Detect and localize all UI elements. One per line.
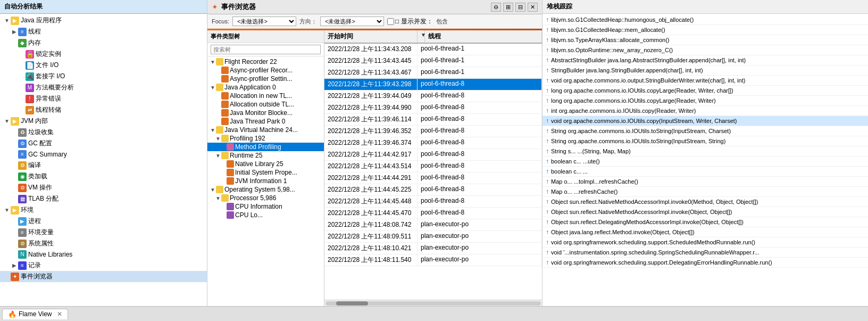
left-tree-item-jvm[interactable]: ▼▶JVM 内部 [0,116,207,127]
stack-row[interactable]: ↑long org.apache.commons.io.IOUtils.copy… [542,86,868,96]
tree-arrow[interactable]: ▼ [3,118,11,124]
left-tree-item-thread[interactable]: ▶≡线程 [0,26,207,37]
tree-arrow[interactable]: ▶ [11,29,18,35]
stack-row[interactable]: ↑boolean c... ... [542,167,868,177]
left-tree-item-native-lib[interactable]: NNative Libraries [0,249,207,260]
event-type-item-jvm-info[interactable]: JVM Information 1 [207,177,324,185]
stack-row[interactable]: ↑Object sun.reflect.NativeMethodAccessor… [542,197,868,207]
event-type-item-alloc-new[interactable]: Allocation in new TL... [207,92,324,100]
event-type-item-profiling[interactable]: ▼Profiling 192 [207,134,324,143]
table-row[interactable]: 2022/12/28 上午11:34:43.467pool-6-thread-1 [324,67,542,79]
table-row[interactable]: 2022/12/28 上午11:44:42.917pool-6-thread-8 [324,149,542,161]
event-type-item-java-monitor[interactable]: Java Monitor Blocke... [207,109,324,117]
tree-arrow[interactable]: ▶ [11,262,18,268]
table-row[interactable]: 2022/12/28 上午11:48:08.742plan-executor-p… [324,219,542,231]
left-tree-item-event-browser[interactable]: ✦事件浏览器 [0,271,207,282]
left-tree-item-sys-prop[interactable]: ⚙系统属性 [0,238,207,249]
stack-row[interactable]: ↑void org.apache.commons.io.IOUtils.copy… [542,116,868,126]
et-arrow[interactable]: ▼ [210,85,216,90]
event-type-item-os-section[interactable]: ▼Operating System 5,98... [207,185,324,194]
stack-row[interactable]: ↑Map o... ...tolmpl...refreshCache() [542,177,868,187]
left-tree-item-log[interactable]: ▶≡记录 [0,260,207,271]
table-row[interactable]: 2022/12/28 上午11:39:43.298pool-6-thread-8 [324,79,542,90]
et-arrow[interactable]: ▼ [215,153,221,159]
event-type-item-method-profiling[interactable]: Method Profiling [207,143,324,151]
stack-row[interactable]: ↑boolean c... ...ute() [542,157,868,167]
table-row[interactable]: 2022/12/28 上午11:34:43.445pool-6-thread-1 [324,55,542,67]
h-scrollbar-thumb[interactable] [336,301,368,306]
left-tree-item-file-io[interactable]: 📄文件 I/O [0,60,207,71]
stack-row[interactable]: ↑int org.apache.commons.io.IOUtils.copy(… [542,106,868,116]
event-type-item-java-application[interactable]: ▼Java Application 0 [207,83,324,92]
et-arrow[interactable]: ▼ [215,136,221,142]
left-tree-item-gc-summary[interactable]: ≡GC Summary [0,149,207,160]
stack-row[interactable]: ↑void org.springframework.scheduling.sup… [542,258,868,268]
event-type-item-processor-section[interactable]: ▼Processor 5,986 [207,194,324,202]
table-row[interactable]: 2022/12/28 上午11:44:45.448pool-6-thread-8 [324,196,542,208]
direction-select[interactable]: <未做选择> [320,17,384,26]
table-row[interactable]: 2022/12/28 上午11:48:09.511plan-executor-p… [324,231,542,243]
focus-select[interactable]: <未做选择> [232,17,296,26]
stack-row[interactable]: ↑StringBuilder java.lang.StringBuilder.a… [542,65,868,76]
table-row[interactable]: 2022/12/28 上午11:48:10.421plan-executor-p… [324,243,542,254]
event-type-item-initial-system[interactable]: Initial System Prope... [207,168,324,177]
stack-row[interactable]: ↑Object sun.reflect.NativeMethodAccessor… [542,207,868,217]
left-tree-item-gc[interactable]: ♻垃圾收集 [0,127,207,138]
event-type-item-runtime[interactable]: ▼Runtime 25 [207,151,324,160]
left-tree-item-env[interactable]: ▼▶环境 [0,204,207,216]
stack-row[interactable]: ↑Map o... ...refreshCache() [542,187,868,197]
table-row[interactable]: 2022/12/28 上午11:39:46.374pool-6-thread-8 [324,137,542,149]
left-tree-item-lock[interactable]: 🔒锁定实例 [0,48,207,60]
stack-row[interactable]: ↑libjvm.so.G1CollectedHeap::humongous_ob… [542,15,868,25]
left-tree-item-exception[interactable]: !异常错误 [0,93,207,104]
left-tree-item-java-app[interactable]: ▼▶Java 应用程序 [0,15,207,26]
table-row[interactable]: 2022/12/28 上午11:39:44.990pool-6-thread-8 [324,102,542,114]
table-row[interactable]: 2022/12/28 上午11:44:43.514pool-6-thread-8 [324,161,542,172]
event-type-item-native-library[interactable]: Native Library 25 [207,160,324,168]
table-row[interactable]: 2022/12/28 上午11:44:45.225pool-6-thread-8 [324,184,542,196]
et-arrow[interactable]: ▼ [215,195,221,201]
stack-row[interactable]: ↑long org.apache.commons.io.IOUtils.copy… [542,96,868,106]
left-tree-item-tlab[interactable]: ▦TLAB 分配 [0,193,207,204]
event-type-item-java-thread-park[interactable]: Java Thread Park 0 [207,117,324,126]
et-arrow[interactable]: ▼ [210,127,216,133]
grid-button1[interactable]: ⊞ [503,3,513,12]
stack-row[interactable]: ↑String s... ...(String, Map, Map) [542,146,868,157]
left-tree-item-compile[interactable]: ⚙编译 [0,160,207,171]
left-tree-item-env-var[interactable]: ≡环境变量 [0,227,207,238]
search-input[interactable] [211,45,321,54]
minimize-button[interactable]: ⊖ [491,3,501,12]
grid-button2[interactable]: ⊟ [515,3,525,12]
stack-row[interactable]: ↑libjvm.so.OptoRuntime::new_array_nozero… [542,45,868,55]
et-arrow[interactable]: ▼ [210,59,216,65]
left-tree-item-vm-op[interactable]: ⚙VM 操作 [0,182,207,193]
event-type-item-async-profiler-rec[interactable]: Async-profiler Recor... [207,66,324,75]
event-type-item-async-profiler-set[interactable]: Async-profiler Settin... [207,75,324,83]
left-tree-item-method[interactable]: M方法概要分析 [0,82,207,93]
h-scrollbar[interactable] [326,301,541,306]
table-row[interactable]: 2022/12/28 上午11:48:11.540plan-executor-p… [324,254,542,266]
stack-row[interactable]: ↑Object java.lang.reflect.Method.invoke(… [542,227,868,237]
event-type-item-jvm-section[interactable]: ▼Java Virtual Machine 24... [207,126,324,134]
table-row[interactable]: 2022/12/28 上午11:39:44.049pool-6-thread-8 [324,90,542,102]
stack-row[interactable]: ↑Object sun.reflect.DelegatingMethodAcce… [542,217,868,227]
bottom-tab-flame-view[interactable]: 🔥Flame View✕ [2,309,68,319]
stack-row[interactable]: ↑libjvm.so.G1CollectedHeap::mem_allocate… [542,25,868,35]
table-row[interactable]: 2022/12/28 上午11:39:46.352pool-6-thread-8 [324,126,542,137]
left-tree-item-gc-config[interactable]: ⚙GC 配置 [0,138,207,149]
left-tree-item-process[interactable]: ▶进程 [0,216,207,227]
et-arrow[interactable]: ▼ [210,187,216,193]
close-button[interactable]: ✕ [528,3,538,12]
stack-row[interactable]: ↑void '...instrumentation.spring.schedul… [542,248,868,258]
tree-arrow[interactable]: ▼ [3,207,11,213]
left-tree-item-socket-io[interactable]: 🔌套接字 I/O [0,71,207,82]
table-row[interactable]: 2022/12/28 上午11:34:43.208pool-6-thread-1 [324,44,542,55]
table-row[interactable]: 2022/12/28 上午11:44:45.470pool-6-thread-8 [324,208,542,219]
event-type-item-alloc-outside[interactable]: Allocation outside TL... [207,100,324,109]
stack-row[interactable]: ↑String org.apache.commons.io.IOUtils.to… [542,136,868,146]
table-row[interactable]: 2022/12/28 上午11:39:46.114pool-6-thread-8 [324,114,542,126]
stack-row[interactable]: ↑void org.springframework.scheduling.sup… [542,237,868,248]
stack-row[interactable]: ↑libjvm.so.TypeArrayKlass::allocate_comm… [542,35,868,45]
left-tree-item-thread-switch[interactable]: ⇄线程转储 [0,104,207,116]
tree-arrow[interactable]: ▼ [3,18,11,23]
